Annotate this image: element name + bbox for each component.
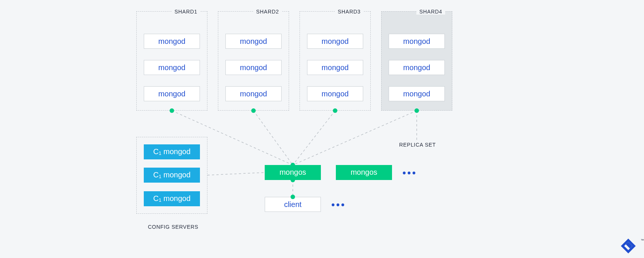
- mongos-ellipsis: •••: [402, 167, 417, 179]
- mongod-node: mongod: [389, 86, 445, 101]
- replica-set-label: REPLICA SET: [399, 142, 436, 148]
- mongod-node: mongod: [144, 86, 200, 101]
- mongod-node: mongod: [389, 34, 445, 49]
- shard4-connector-dot: [414, 108, 419, 113]
- mongos1-top-dot: [291, 163, 295, 167]
- mongod-node: mongod: [225, 34, 282, 49]
- config-mongod-node: C1 mongod: [144, 191, 200, 206]
- client-node: client: [265, 197, 321, 212]
- config-mongod-node: C1 mongod: [144, 144, 200, 159]
- client-ellipsis: •••: [331, 199, 346, 211]
- shard-title: SHARD1: [171, 9, 200, 15]
- mongod-node: mongod: [389, 60, 445, 75]
- mongos-router-2: mongos: [336, 165, 392, 180]
- shard3-connector-dot: [333, 108, 337, 113]
- mongod-node: mongod: [144, 34, 200, 49]
- client-top-dot: [291, 195, 295, 199]
- shard-title: SHARD2: [253, 9, 282, 15]
- shard-title: SHARD4: [416, 9, 445, 15]
- mongod-node: mongod: [225, 60, 282, 75]
- config-mongod-node: C1 mongod: [144, 168, 200, 183]
- mongod-node: mongod: [307, 86, 363, 101]
- svg-line-3: [293, 111, 417, 165]
- svg-line-2: [293, 111, 335, 165]
- mongod-node: mongod: [144, 60, 200, 75]
- mongod-node: mongod: [307, 60, 363, 75]
- svg-line-1: [253, 111, 293, 165]
- toptal-logo-icon: [620, 238, 637, 254]
- shard1-connector-dot: [170, 108, 174, 113]
- mongod-node: mongod: [307, 34, 363, 49]
- config-servers-caption: CONFIG SERVERS: [148, 224, 198, 230]
- svg-line-5: [207, 172, 265, 175]
- shard2-connector-dot: [251, 108, 256, 113]
- shard-title: SHARD3: [335, 9, 364, 15]
- mongod-node: mongod: [225, 86, 282, 101]
- trademark-symbol: ™: [641, 238, 644, 242]
- mongos1-bottom-dot: [291, 178, 295, 182]
